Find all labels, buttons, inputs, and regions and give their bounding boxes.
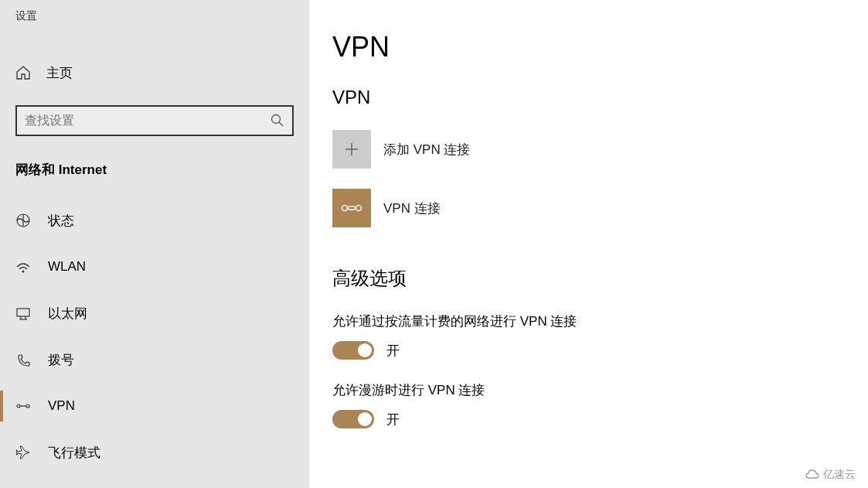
sidebar-item-hotspot[interactable]: 移动热点 [0,476,309,488]
sidebar-item-label: WLAN [48,259,86,275]
app-title: 设置 [0,9,309,54]
home-label: 主页 [46,64,73,82]
toggle-state-roaming: 开 [386,411,400,428]
sidebar-item-status[interactable]: 状态 [0,197,309,244]
svg-point-9 [17,404,20,408]
svg-point-16 [356,206,362,211]
svg-line-1 [279,122,283,126]
advanced-section: 高级选项 允许通过按流量计费的网络进行 VPN 连接 开 允许漫游时进行 VPN… [332,266,845,428]
toggle-row-metered: 开 [332,341,845,360]
category-header: 网络和 Internet [0,161,309,179]
sidebar-item-vpn[interactable]: VPN [0,383,309,429]
main-content: VPN VPN 添加 VPN 连接 VPN 连接 高级选项 允许通过按流量计费的… [309,0,868,481]
search-box[interactable] [15,105,294,136]
toggle-roaming[interactable] [332,410,374,428]
vpn-connection-icon [332,189,371,227]
wlan-icon [15,259,31,275]
toggle-metered[interactable] [332,341,374,360]
svg-rect-5 [17,309,29,316]
airplane-icon [15,445,31,460]
sidebar-item-ethernet[interactable]: 以太网 [0,290,309,336]
svg-point-4 [22,271,25,273]
setting-label-roaming: 允许漫游时进行 VPN 连接 [332,381,845,399]
plus-icon [332,130,371,169]
section-title: VPN [332,87,845,108]
add-vpn-button[interactable]: 添加 VPN 连接 [332,130,845,169]
sidebar-item-label: 拨号 [48,351,74,369]
toggle-row-roaming: 开 [332,410,845,428]
svg-point-10 [26,404,29,408]
page-title: VPN [332,31,845,63]
add-vpn-label: 添加 VPN 连接 [383,141,470,159]
advanced-title: 高级选项 [332,266,845,291]
sidebar-item-wlan[interactable]: WLAN [0,244,309,290]
setting-label-metered: 允许通过按流量计费的网络进行 VPN 连接 [332,312,845,330]
status-icon [15,213,31,228]
sidebar-item-label: 以太网 [48,305,87,322]
sidebar-item-airplane[interactable]: 飞行模式 [0,429,309,476]
search-input[interactable] [25,114,271,128]
vpn-connection-label: VPN 连接 [383,200,441,217]
watermark-text: 亿速云 [823,468,856,482]
search-icon [271,114,284,128]
toggle-state-metered: 开 [386,342,400,360]
home-link[interactable]: 主页 [0,54,309,91]
ethernet-icon [15,305,31,321]
watermark: 亿速云 [805,468,856,482]
svg-point-15 [342,206,348,211]
dialup-icon [15,352,31,367]
sidebar-item-label: VPN [48,398,75,414]
sidebar-item-label: 状态 [48,212,74,230]
svg-point-0 [272,115,281,124]
home-icon [15,65,31,80]
sidebar-item-label: 飞行模式 [48,444,100,462]
vpn-icon [15,398,31,414]
vpn-connection-item[interactable]: VPN 连接 [332,189,845,227]
sidebar-item-dialup[interactable]: 拨号 [0,336,309,383]
sidebar: 设置 主页 网络和 Internet 状态 WLAN 以太网 [0,0,309,488]
